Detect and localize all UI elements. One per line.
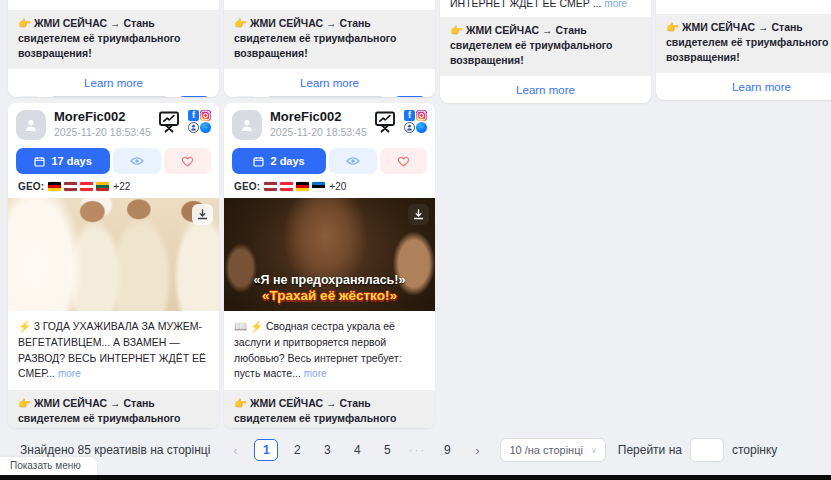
download-image-icon[interactable] <box>408 204 429 225</box>
card-header: MoreFic002 2025-11-20 18:53:45 f <box>224 103 435 140</box>
messenger-icon <box>416 122 427 133</box>
open-url-button[interactable] <box>177 96 211 97</box>
preview-eye-button[interactable] <box>113 148 160 174</box>
creative-card-partial-2: 👉 ЖМИ СЕЙЧАС → Стань свидетелем её триум… <box>224 0 435 97</box>
cta-headline: 👉 ЖМИ СЕЙЧАС → Стань свидетелем её триум… <box>234 397 397 428</box>
goto-page: Перейти на сторінку <box>618 438 778 462</box>
advertiser-info: MoreFic002 2025-11-20 18:53:45 <box>270 110 373 138</box>
geo-label: GEO: <box>18 181 44 192</box>
ad-description: 📖 ⚡ Сводная сестра украла её заслуги и п… <box>224 311 435 386</box>
overlay-line-1: «Я не предохранялась!» <box>224 273 435 289</box>
overlay-line-2: «Трахай её жёстко!» <box>224 288 435 305</box>
flag-lv-icon <box>64 182 77 191</box>
presentation-chart-icon[interactable] <box>157 110 181 133</box>
geo-row: GEO: +20 <box>224 174 435 198</box>
learn-more-link[interactable]: Learn more <box>656 81 831 93</box>
card-actions: 17 days <box>8 140 219 174</box>
advertiser-name[interactable]: MoreFic002 <box>270 110 373 125</box>
url-row <box>224 96 435 97</box>
creative-card-partial-4: 👉 ЖМИ СЕЙЧАС → Стань свидетелем её триум… <box>656 0 831 100</box>
show-menu-button[interactable]: Показать меню <box>0 457 97 475</box>
days-active-button[interactable]: 2 days <box>232 148 326 174</box>
download-image-icon[interactable] <box>192 204 213 225</box>
next-page-icon[interactable]: › <box>466 439 488 461</box>
presentation-chart-icon[interactable] <box>373 110 397 133</box>
cta-box: 👉 ЖМИ СЕЙЧАС → Стань свидетелем её триум… <box>8 390 219 428</box>
preview-eye-button[interactable] <box>329 148 376 174</box>
cta-box: 👉 ЖМИ СЕЙЧАС → Стань свидетелем её триум… <box>440 17 651 76</box>
chevron-down-icon: ∨ <box>591 446 597 455</box>
url-input[interactable] <box>264 96 387 97</box>
placement-icons: f <box>404 110 427 133</box>
geo-flags <box>48 182 109 191</box>
flag-de-icon <box>48 182 61 191</box>
advertiser-name[interactable]: MoreFic002 <box>54 110 157 125</box>
prev-page-icon[interactable]: ‹ <box>224 439 246 461</box>
cta-box: 👉 ЖМИ СЕЙЧАС → Стань свидетелем её триум… <box>656 14 831 73</box>
days-label: 17 days <box>51 155 91 167</box>
cta-headline: 👉 ЖМИ СЕЙЧАС → Стань свидетелем её триум… <box>450 24 613 66</box>
geo-flags <box>264 182 325 191</box>
audience-network-icon <box>188 122 199 133</box>
creative-date: 2025-11-20 18:53:45 <box>54 126 157 138</box>
more-link[interactable]: more <box>304 368 327 379</box>
cta-headline: 👉 ЖМИ СЕЙЧАС → Стань свидетелем её триум… <box>234 17 397 59</box>
search-icon[interactable] <box>16 96 42 97</box>
ad-description-truncated: ИНТЕРНЕТ ЖДЁТ ЕЁ СМЕР ... more <box>440 0 651 11</box>
flag-lv-icon <box>264 182 277 191</box>
page-size-select[interactable]: 10 /на сторінці ∨ <box>500 438 605 462</box>
learn-more-link[interactable]: Learn more <box>224 77 435 89</box>
url-row <box>8 96 219 97</box>
facebook-icon: f <box>188 110 199 121</box>
page-9[interactable]: 9 <box>436 439 458 461</box>
flag-at-icon <box>280 182 293 191</box>
facebook-icon: f <box>404 110 415 121</box>
page-4[interactable]: 4 <box>346 439 368 461</box>
creative-card-partial-3: ИНТЕРНЕТ ЖДЁТ ЕЁ СМЕР ... more 👉 ЖМИ СЕЙ… <box>440 0 651 103</box>
favorite-heart-button[interactable] <box>164 148 211 174</box>
header-icons: f <box>373 110 427 133</box>
geo-more-count[interactable]: +20 <box>329 181 346 192</box>
bottom-bar <box>0 475 831 480</box>
ad-description: ⚡ 3 ГОДА УХАЖИВАЛА ЗА МУЖЕМ-ВЕГЕТАТИВЦЕМ… <box>8 311 219 386</box>
pages-ellipsis[interactable]: ··· <box>406 439 428 461</box>
open-url-button[interactable] <box>393 96 427 97</box>
page-1[interactable]: 1 <box>254 439 278 461</box>
teaser-text: ИНТЕРНЕТ ЖДЁТ ЕЁ СМЕР ... <box>450 0 601 9</box>
creative-card: MoreFic002 2025-11-20 18:53:45 f <box>224 103 435 428</box>
page-5[interactable]: 5 <box>376 439 398 461</box>
avatar <box>232 110 262 140</box>
more-link[interactable]: more <box>58 368 81 379</box>
learn-more-link[interactable]: Learn more <box>440 84 651 96</box>
cta-box: 👉 ЖМИ СЕЙЧАС → Стань свидетелем её триум… <box>8 10 219 69</box>
url-input[interactable] <box>48 96 171 97</box>
days-active-button[interactable]: 17 days <box>16 148 110 174</box>
search-icon[interactable] <box>232 96 258 97</box>
favorite-heart-button[interactable] <box>380 148 427 174</box>
creative-image[interactable] <box>8 198 219 311</box>
creative-image[interactable]: «Я не предохранялась!» «Трахай её жёстко… <box>224 198 435 311</box>
instagram-icon <box>200 110 211 121</box>
creative-date: 2025-11-20 18:53:45 <box>270 126 373 138</box>
page-size-value: 10 /на сторінці <box>509 444 583 456</box>
placement-icons: f <box>188 110 211 133</box>
goto-prefix: Перейти на <box>618 443 682 457</box>
geo-label: GEO: <box>234 181 260 192</box>
geo-row: GEO: +22 <box>8 174 219 198</box>
geo-more-count[interactable]: +22 <box>113 181 130 192</box>
instagram-icon <box>416 110 427 121</box>
goto-page-input[interactable] <box>690 438 724 462</box>
cta-headline: 👉 ЖМИ СЕЙЧАС → Стань свидетелем её триум… <box>18 397 181 428</box>
more-link[interactable]: more <box>604 0 627 9</box>
flag-lt-icon <box>96 182 109 191</box>
days-label: 2 days <box>270 155 304 167</box>
card-actions: 2 days <box>224 140 435 174</box>
goto-suffix: сторінку <box>732 443 777 457</box>
page-2[interactable]: 2 <box>286 439 308 461</box>
messenger-icon <box>200 122 211 133</box>
page-3[interactable]: 3 <box>316 439 338 461</box>
flag-de-icon <box>296 182 309 191</box>
pagination-bar: Знайдено 85 креативів на сторінці ‹ 1 2 … <box>20 438 777 462</box>
learn-more-link[interactable]: Learn more <box>8 77 219 89</box>
cta-box: 👉 ЖМИ СЕЙЧАС → Стань свидетелем её триум… <box>224 390 435 428</box>
